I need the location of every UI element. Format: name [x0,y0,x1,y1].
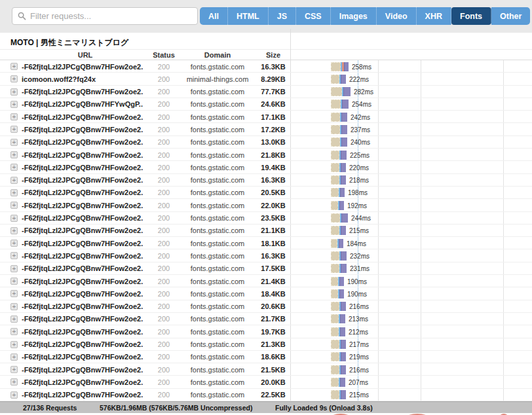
table-row[interactable]: + -F62fjtqLzI2JPCgQBnw7HFow2oe2... 200 f… [0,212,532,225]
tab-js[interactable]: JS [269,7,296,25]
domain-cell: fonts.gstatic.com [176,138,259,146]
waterfall-receive-segment [341,175,346,185]
url-cell: -F62fjtqLzI2JPCgQBnw7HFow2oe2... [22,302,143,310]
size-cell: 21.8KB [252,151,294,159]
table-row[interactable]: + -F62fjtqLzI2JPCgQBnw7HFow2oe2... 200 f… [0,161,532,173]
waterfall-receive-segment [340,378,345,387]
waterfall-wait-segment [331,264,339,273]
expand-icon[interactable]: + [10,227,18,234]
expand-icon[interactable]: + [10,202,18,209]
table-row[interactable]: + -F62fjtqLzI2JPCgQBnw7HFow2oe2... 200 f… [0,300,532,313]
table-row[interactable]: + -F62fjtqLzI2JPCgQBnw7HFow2oe2... 200 f… [0,187,532,199]
domain-cell: fonts.gstatic.com [176,366,259,374]
table-row[interactable]: + icomoon.woff2?fq24x 200 minimal-things… [0,73,532,85]
request-time-label: 198ms [348,189,368,196]
table-row[interactable]: + -F62fjtqLzI2JPCgQBnw7HFYwQgP.... 200 f… [0,98,532,111]
request-time-label: 215ms [349,391,369,399]
tab-fonts[interactable]: Fonts [451,7,491,25]
expand-icon[interactable]: + [10,63,18,70]
domain-cell: fonts.gstatic.com [176,63,259,71]
table-row[interactable]: + -F62fjtqLzI2JPCgQBnw7HFow2oe2... 200 f… [0,174,532,187]
table-row[interactable]: + -F62fjtqLzI2JPCgQBnw7HFow2oe2... 200 f… [0,275,532,287]
waterfall-receive-segment [341,213,348,223]
size-cell: 18.6KB [252,353,294,361]
table-row[interactable]: + -F62fjtqLzI2JPCgQBnw7HFow2oe2... 200 f… [0,389,532,401]
tab-images[interactable]: Images [331,7,377,25]
waterfall-bar [331,327,345,336]
tab-css[interactable]: CSS [296,7,331,25]
request-time-label: 222ms [349,76,369,83]
table-row[interactable]: + -F62fjtqLzI2JPCgQBnw7HFow2oe2... 200 f… [0,376,532,388]
table-row[interactable]: + -F62fjtqLzI2JPCgQBnw7HFow2oe2... 200 f… [0,199,532,211]
url-cell: -F62fjtqLzI2JPCgQBnw7HFow2oe2... [22,164,143,171]
domain-cell: fonts.gstatic.com [176,290,259,298]
table-row[interactable]: + -F62fjtqLzI2JPCgQBnw7HFow2oe2... 200 f… [0,123,532,135]
tab-html[interactable]: HTML [228,7,269,25]
expand-icon[interactable]: + [10,177,18,184]
request-time-label: 184ms [347,240,366,247]
size-cell: 18.4KB [252,290,294,298]
expand-icon[interactable]: + [10,265,18,272]
table-row[interactable]: + -F62fjtqLzI2JPCgQBnw7HFow2oe2... 200 f… [0,225,532,237]
request-time-label: 215ms [349,227,369,234]
expand-icon[interactable]: + [10,113,18,120]
request-time-label: 258ms [352,63,371,71]
table-row[interactable]: + -F62fjtqLzI2JPCgQBnw7HFow2oe2... 200 f… [0,338,532,351]
table-row[interactable]: + -F62fjtqLzI2JPCgQBnw7HFow2oe2... 200 f… [0,313,532,325]
waterfall-wait-segment [331,175,339,185]
expand-icon[interactable]: + [10,126,18,133]
expand-icon[interactable]: + [10,341,18,348]
expand-icon[interactable]: + [10,252,18,259]
expand-icon[interactable]: + [10,164,18,171]
expand-icon[interactable]: + [10,151,18,158]
tab-video[interactable]: Video [377,7,417,25]
tab-other[interactable]: Other [491,7,530,25]
expand-icon[interactable]: + [10,328,18,335]
waterfall-bar [331,163,346,172]
table-row[interactable]: + -F62fjtqLzI2JPCgQBnw7HFow2oe2... 200 f… [0,237,532,249]
table-row[interactable]: + -F62fjtqLzI2JPCgQBnw7HFow2oe2... 200 f… [0,149,532,161]
size-cell: 16.3KB [252,176,294,184]
domain-cell: fonts.gstatic.com [176,378,259,386]
expand-icon[interactable]: + [10,290,18,297]
waterfall-bar [331,75,346,84]
tab-xhr[interactable]: XHR [417,7,451,25]
table-row[interactable]: + -F62fjtqLzI2JPCgQBnw7HFow2oe2... 200 f… [0,287,532,300]
expand-icon[interactable]: + [10,75,18,82]
waterfall-wait-segment [331,213,340,223]
url-cell: icomoon.woff2?fq24x [22,75,143,83]
expand-icon[interactable]: + [10,189,18,196]
expand-icon[interactable]: + [10,240,18,247]
expand-icon[interactable]: + [10,215,18,222]
domain-cell: fonts.gstatic.com [176,113,259,121]
expand-icon[interactable]: + [10,391,18,399]
table-row[interactable]: + -F62fjtqLzI2JPCgQBnw7HFow2oe2... 200 f… [0,111,532,123]
size-cell: 23.5KB [252,214,294,222]
tab-all[interactable]: All [200,7,228,25]
waterfall-wait-segment [331,239,337,248]
expand-icon[interactable]: + [10,139,18,146]
table-row[interactable]: + -F62fjtqLzI2JPCgQBnw7HFow2oe2... 200 f… [0,325,532,338]
table-row[interactable]: + -F62fjtqLzI2JPCgQBnw7HFow2oe2... 200 f… [0,351,532,363]
request-time-label: 213ms [349,316,368,323]
filter-box[interactable] [12,7,198,25]
expand-icon[interactable]: + [10,316,18,323]
table-row[interactable]: + -F62fjtqLzI2JPCgQBnw7HFow2oe2... 200 f… [0,86,532,98]
expand-icon[interactable]: + [10,366,18,373]
table-row[interactable]: + -F62fjtqLzI2JPCgQBnw7HFow2oe2... 200 f… [0,60,532,73]
request-time-label: 216ms [349,303,369,310]
table-row[interactable]: + -F62fjtqLzI2JPCgQBnw7HFow2oe2... 200 f… [0,363,532,376]
expand-icon[interactable]: + [10,88,18,96]
size-cell: 17.5KB [252,264,294,272]
expand-icon[interactable]: + [10,303,18,310]
expand-icon[interactable]: + [10,378,18,386]
filter-requests-input[interactable] [30,11,192,21]
table-row[interactable]: + -F62fjtqLzI2JPCgQBnw7HFow2oe2... 200 f… [0,262,532,275]
waterfall-receive-segment [341,352,346,361]
table-row[interactable]: + -F62fjtqLzI2JPCgQBnw7HFow2oe2... 200 f… [0,136,532,149]
expand-icon[interactable]: + [10,278,18,285]
expand-icon[interactable]: + [10,101,18,108]
expand-icon[interactable]: + [10,353,18,361]
waterfall-bar [331,239,343,248]
table-row[interactable]: + -F62fjtqLzI2JPCgQBnw7HFow2oe2... 200 f… [0,249,532,262]
